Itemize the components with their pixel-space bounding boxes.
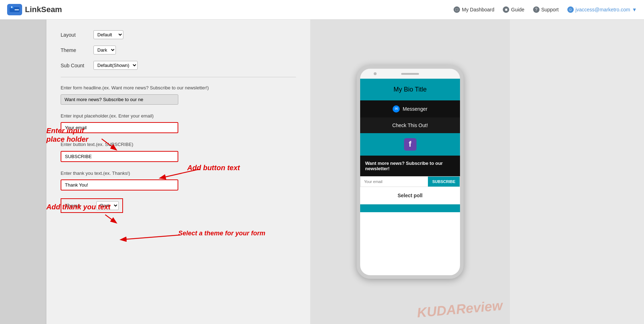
divider-1 bbox=[61, 77, 296, 77]
phone-mockup: My Bio Title ✉ Messenger Check This Out!… bbox=[357, 65, 464, 279]
left-sidebar bbox=[0, 20, 46, 324]
guide-icon: ■ bbox=[503, 6, 509, 13]
placeholder-input[interactable] bbox=[61, 122, 178, 133]
nav-dashboard[interactable]: □ My Dashboard bbox=[454, 6, 494, 13]
subcount-select[interactable]: Default(Shown) Hidden bbox=[93, 61, 138, 70]
subcount-label: Sub Count bbox=[61, 63, 89, 68]
phone-email-input[interactable] bbox=[361, 177, 428, 187]
svg-rect-3 bbox=[15, 9, 19, 10]
subcount-row: Sub Count Default(Shown) Hidden bbox=[61, 61, 296, 70]
placeholder-group: Enter input placeholder.(ex. Enter your … bbox=[61, 113, 296, 134]
formtheme-box: Theme Dark Light bbox=[61, 198, 123, 213]
support-icon: ? bbox=[533, 6, 540, 13]
layout-label: Layout bbox=[61, 32, 89, 38]
svg-line-6 bbox=[105, 215, 116, 223]
brand-logo: LinkSeam bbox=[7, 4, 62, 15]
nav-support[interactable]: ? Support bbox=[533, 6, 559, 13]
phone-top-bar bbox=[360, 69, 460, 79]
user-icon: ☺ bbox=[567, 6, 574, 13]
navbar: LinkSeam □ My Dashboard ■ Guide ? Suppor… bbox=[0, 0, 644, 20]
layout-row: Layout Default Option 2 bbox=[61, 30, 296, 39]
placeholder-instruction: Enter input placeholder.(ex. Enter your … bbox=[61, 113, 296, 120]
nav-user[interactable]: ☺ jvaccess@marketro.com ▼ bbox=[567, 6, 637, 13]
svg-line-7 bbox=[121, 235, 180, 240]
phone-header: My Bio Title bbox=[360, 79, 460, 100]
thankyou-instruction: Enter thank you text.(ex. Thanks!) bbox=[61, 170, 296, 177]
theme-select[interactable]: Dark Light bbox=[93, 46, 116, 54]
button-instruction: Enter button text.(ex. SUBSCRIBE) bbox=[61, 141, 296, 148]
nav-guide[interactable]: ■ Guide bbox=[503, 6, 524, 13]
theme-row: Theme Dark Light bbox=[61, 46, 296, 54]
formtheme-select[interactable]: Dark Light bbox=[96, 201, 119, 210]
svg-point-2 bbox=[11, 6, 12, 8]
brand-name: LinkSeam bbox=[25, 5, 62, 14]
thankyou-input[interactable] bbox=[61, 179, 178, 190]
facebook-icon: f bbox=[404, 138, 416, 151]
headline-group: Enter form headline.(ex. Want more news?… bbox=[61, 84, 296, 105]
layout-select[interactable]: Default Option 2 bbox=[93, 30, 123, 39]
dashboard-icon: □ bbox=[454, 6, 460, 13]
phone-subscribe-btn[interactable]: SUBSCRIBE bbox=[428, 177, 460, 187]
annotation-select-theme: Select a theme for your form bbox=[178, 230, 265, 237]
nav-links: □ My Dashboard ■ Guide ? Support ☺ jvacc… bbox=[454, 6, 637, 13]
main-container: Layout Default Option 2 Theme Dark Light… bbox=[0, 20, 644, 324]
phone-email-row: SUBSCRIBE bbox=[360, 176, 460, 187]
thankyou-group: Enter thank you text.(ex. Thanks!) bbox=[61, 170, 296, 191]
button-group: Enter button text.(ex. SUBSCRIBE) bbox=[61, 141, 296, 162]
button-input[interactable] bbox=[61, 151, 178, 162]
phone-checkout-btn[interactable]: Check This Out! bbox=[360, 117, 460, 133]
watermark: KUDAReview bbox=[416, 298, 504, 321]
headline-input[interactable] bbox=[61, 94, 178, 105]
theme-label: Theme bbox=[61, 47, 89, 53]
formtheme-row: Theme Dark Light bbox=[61, 198, 296, 213]
phone-teal-bar bbox=[360, 204, 460, 212]
phone-speaker bbox=[401, 73, 419, 75]
formtheme-label: Theme bbox=[65, 203, 93, 209]
phone-camera bbox=[374, 72, 377, 75]
right-panel: My Bio Title ✉ Messenger Check This Out!… bbox=[310, 20, 510, 324]
messenger-icon: ✉ bbox=[393, 105, 400, 113]
phone-screen: My Bio Title ✉ Messenger Check This Out!… bbox=[360, 79, 460, 275]
phone-facebook-section: f bbox=[360, 133, 460, 156]
center-content: Layout Default Option 2 Theme Dark Light… bbox=[46, 20, 310, 324]
dropdown-chevron-icon: ▼ bbox=[632, 7, 637, 12]
headline-instruction: Enter form headline.(ex. Want more news?… bbox=[61, 84, 296, 92]
phone-messenger-btn[interactable]: ✉ Messenger bbox=[360, 100, 460, 117]
phone-bio-title: My Bio Title bbox=[366, 86, 455, 93]
phone-newsletter-section: Want more news? Subscribe to our newslet… bbox=[360, 156, 460, 176]
phone-select-poll: Select poll bbox=[360, 187, 460, 204]
logo-icon bbox=[7, 4, 22, 15]
